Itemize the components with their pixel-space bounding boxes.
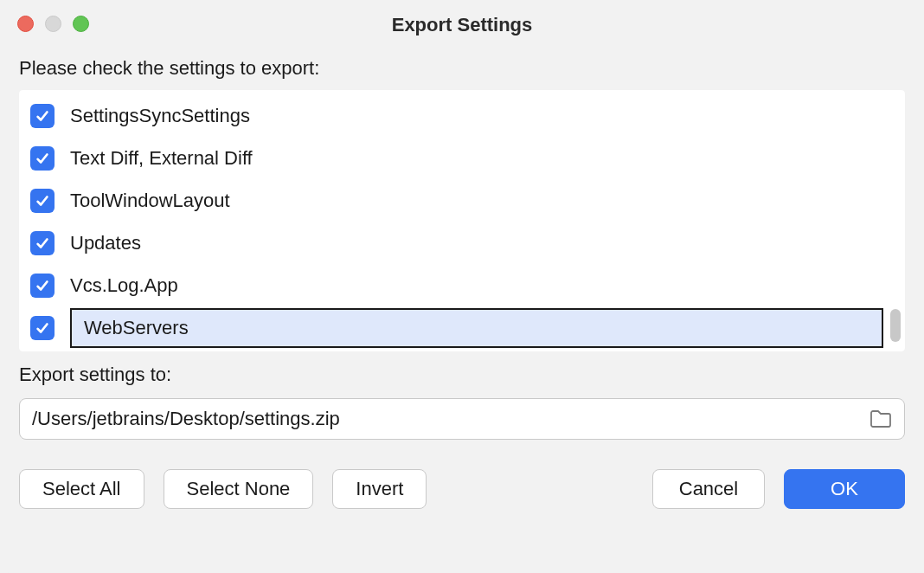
- export-path-field[interactable]: [19, 398, 905, 440]
- maximize-icon[interactable]: [73, 16, 89, 32]
- scrollbar-thumb[interactable]: [890, 309, 901, 342]
- settings-list: SettingsSyncSettings Text Diff, External…: [19, 90, 905, 351]
- list-item-label: Vcs.Log.App: [70, 274, 178, 297]
- list-item[interactable]: Updates: [20, 222, 904, 264]
- select-all-button[interactable]: Select All: [19, 469, 144, 509]
- list-item[interactable]: ToolWindowLayout: [20, 179, 904, 222]
- dialog-content: Please check the settings to export: Set…: [0, 42, 924, 573]
- window-controls: [17, 16, 89, 32]
- ok-button[interactable]: OK: [784, 469, 905, 509]
- select-none-button[interactable]: Select None: [164, 469, 314, 509]
- prompt-label: Please check the settings to export:: [19, 57, 905, 80]
- invert-button[interactable]: Invert: [332, 469, 427, 509]
- list-item-label: ToolWindowLayout: [70, 190, 230, 212]
- checkbox-icon[interactable]: [30, 146, 55, 171]
- minimize-icon[interactable]: [45, 16, 61, 32]
- checkbox-icon[interactable]: [30, 274, 55, 298]
- list-item-label: WebServers: [84, 317, 189, 339]
- list-item[interactable]: Vcs.Log.App: [20, 264, 904, 306]
- export-path-input[interactable]: [32, 408, 869, 430]
- folder-icon[interactable]: [869, 409, 892, 428]
- export-settings-dialog: Export Settings Please check the setting…: [0, 0, 924, 573]
- cancel-button[interactable]: Cancel: [652, 469, 765, 509]
- button-row: Select All Select None Invert Cancel OK: [19, 469, 905, 531]
- window-title: Export Settings: [16, 14, 908, 36]
- list-item-label: Text Diff, External Diff: [70, 147, 253, 170]
- export-to-label: Export settings to:: [19, 364, 905, 386]
- checkbox-icon[interactable]: [30, 189, 55, 213]
- close-icon[interactable]: [17, 16, 34, 32]
- list-item-label: Updates: [70, 232, 141, 254]
- list-item[interactable]: SettingsSyncSettings: [20, 94, 904, 137]
- checkbox-icon[interactable]: [30, 104, 55, 128]
- list-item-label: SettingsSyncSettings: [70, 105, 250, 127]
- list-item[interactable]: Text Diff, External Diff: [20, 137, 904, 179]
- list-item-selected[interactable]: WebServers: [20, 306, 904, 349]
- checkbox-icon[interactable]: [30, 316, 55, 340]
- titlebar: Export Settings: [0, 0, 924, 42]
- checkbox-icon[interactable]: [30, 231, 55, 255]
